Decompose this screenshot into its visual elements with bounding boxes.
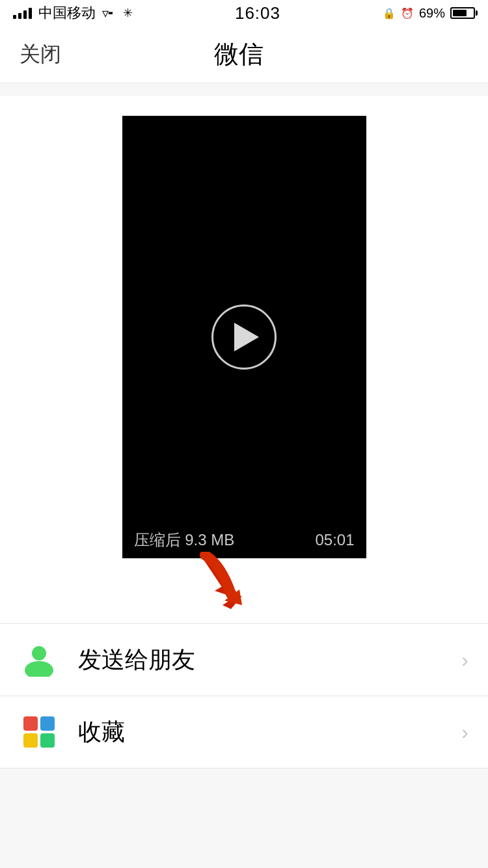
status-bar: 中国移动 ▿╸ ✳ 16:03 🔒 ⏰ 69%	[0, 0, 488, 26]
video-player[interactable]: 压缩后 9.3 MB 05:01	[122, 116, 366, 558]
collect-label: 收藏	[78, 716, 461, 748]
lock-icon: 🔒	[383, 7, 396, 20]
chevron-right-icon: ›	[461, 648, 468, 672]
person-icon	[20, 640, 59, 679]
status-left: 中国移动 ▿╸ ✳	[13, 3, 133, 23]
nav-bar: 关闭 微信	[0, 26, 488, 83]
main-content: 压缩后 9.3 MB 05:01	[0, 96, 488, 768]
carrier-label: 中国移动	[38, 3, 96, 23]
close-button[interactable]: 关闭	[20, 40, 61, 69]
menu-section: 发送给朋友 › 收藏 ›	[0, 624, 488, 768]
battery-icon	[450, 7, 475, 19]
svg-rect-7	[40, 716, 55, 731]
signal-bars-icon	[13, 7, 32, 19]
battery-percent-label: 69%	[419, 6, 445, 21]
divider-bottom	[0, 768, 488, 768]
chevron-right-icon-2: ›	[461, 720, 468, 744]
activity-icon: ✳	[123, 6, 133, 20]
send-to-friend-label: 发送给朋友	[78, 644, 461, 676]
svg-point-4	[32, 646, 46, 660]
cube-icon	[20, 712, 59, 752]
svg-rect-8	[23, 733, 38, 748]
arrow-container	[0, 571, 488, 623]
play-button[interactable]	[211, 305, 277, 370]
status-right: 🔒 ⏰ 69%	[383, 6, 475, 21]
svg-point-5	[25, 661, 53, 677]
page-title: 微信	[214, 38, 264, 71]
play-icon	[234, 323, 259, 351]
video-duration-label: 05:01	[315, 531, 354, 549]
wifi-icon: ▿╸	[102, 5, 116, 21]
alarm-icon: ⏰	[401, 7, 414, 20]
video-size-label: 压缩后 9.3 MB	[134, 530, 235, 550]
send-to-friend-item[interactable]: 发送给朋友 ›	[0, 624, 488, 696]
video-container: 压缩后 9.3 MB 05:01	[0, 96, 488, 571]
status-time: 16:03	[235, 3, 280, 23]
red-arrow-icon	[169, 552, 273, 617]
svg-rect-6	[23, 716, 38, 731]
collect-item[interactable]: 收藏 ›	[0, 696, 488, 768]
svg-rect-9	[40, 733, 55, 748]
